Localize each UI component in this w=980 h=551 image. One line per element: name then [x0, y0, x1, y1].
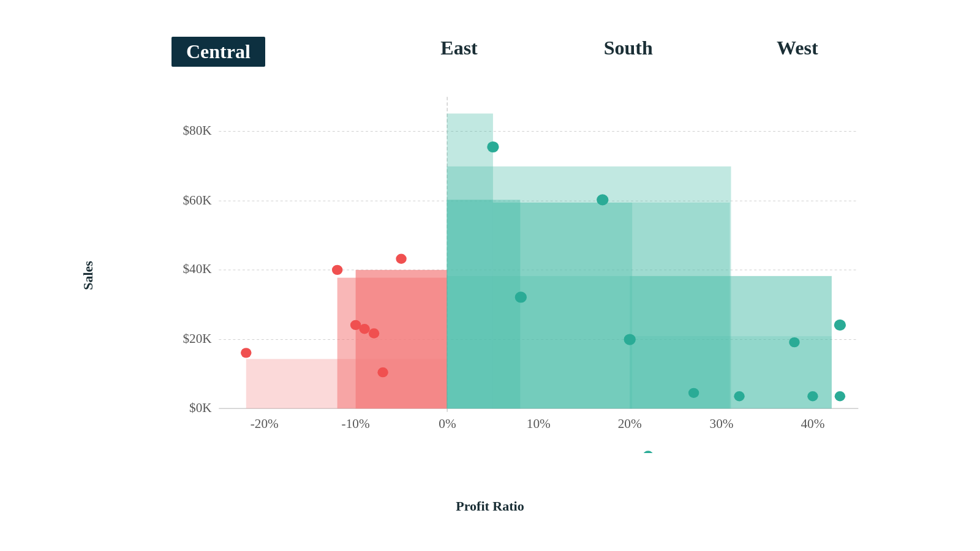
- dot-west-7: [835, 391, 845, 401]
- dot-east-2: [515, 291, 527, 302]
- chart-area: $80K $60K $40K $20K $0K -20% -10% 0% 10%…: [172, 86, 882, 453]
- dot-central-1: [241, 348, 251, 358]
- xtick-0: 0%: [439, 418, 456, 430]
- xtick-10: 10%: [527, 418, 551, 430]
- xtick--10: -10%: [342, 418, 370, 430]
- ytick-40k: $40K: [183, 263, 212, 276]
- region-label-west: West: [777, 37, 818, 59]
- dot-central-2: [332, 265, 342, 275]
- dot-west-5: [643, 451, 653, 453]
- chart-container: Sales Profit Ratio Central East South We…: [61, 24, 919, 527]
- ytick-20k: $20K: [183, 332, 212, 345]
- dot-south-2: [624, 334, 636, 345]
- dot-central-7: [377, 367, 388, 377]
- chart-svg: $80K $60K $40K $20K $0K -20% -10% 0% 10%…: [172, 86, 882, 453]
- dot-central-4: [359, 324, 369, 334]
- west-bar-small: [630, 336, 832, 408]
- ytick-0k: $0K: [189, 401, 212, 414]
- x-axis-label: Profit Ratio: [456, 498, 524, 514]
- ytick-60k: $60K: [183, 193, 212, 206]
- dot-south-1: [597, 194, 608, 205]
- region-label-central: Central: [172, 37, 265, 67]
- dot-west-2: [807, 391, 818, 401]
- y-axis-label: Sales: [80, 261, 96, 290]
- ytick-80k: $80K: [183, 124, 212, 137]
- dot-central-5: [369, 328, 379, 338]
- xtick-30: 30%: [710, 418, 734, 430]
- dot-west-4: [688, 388, 699, 398]
- dot-west-3: [734, 391, 744, 401]
- central-bar-inner: [356, 270, 448, 408]
- dot-central-6: [396, 254, 406, 264]
- dot-west-6: [789, 337, 799, 347]
- region-labels: Central East South West: [172, 37, 882, 67]
- region-label-south: South: [604, 37, 653, 59]
- region-label-east: East: [440, 37, 477, 59]
- xtick--20: -20%: [251, 418, 279, 430]
- dot-east-1: [487, 141, 499, 152]
- xtick-40: 40%: [801, 418, 824, 430]
- xtick-20: 20%: [618, 418, 642, 430]
- dot-west-1: [834, 320, 846, 331]
